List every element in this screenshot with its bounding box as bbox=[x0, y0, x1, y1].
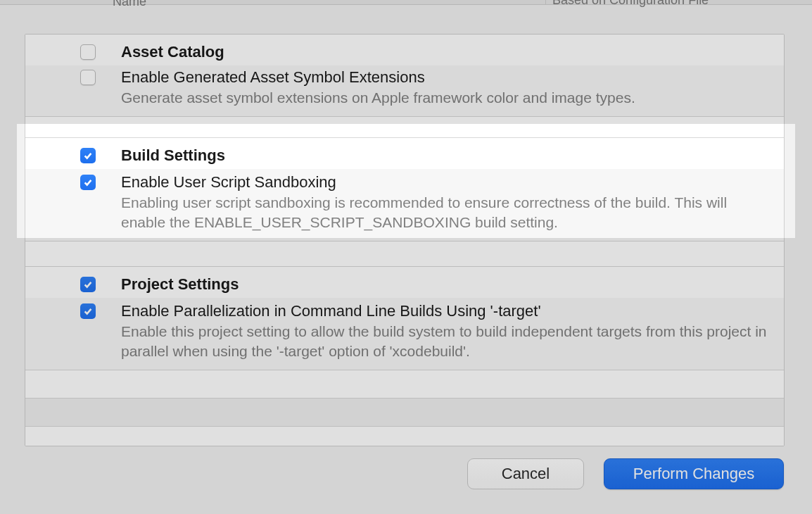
checkbox-user-script-sandboxing[interactable] bbox=[80, 175, 96, 190]
background-table-header: Name Based on Configuration File bbox=[0, 0, 812, 5]
checkmark-icon bbox=[83, 280, 93, 289]
item-description: Enabling user script sandboxing is recom… bbox=[121, 193, 773, 232]
bg-header-name-label: Name bbox=[113, 0, 146, 9]
dim-overlay bbox=[795, 124, 812, 238]
checkbox-asset-catalog[interactable] bbox=[80, 44, 96, 60]
empty-row bbox=[25, 426, 784, 446]
item-row-generated-asset-symbol: Enable Generated Asset Symbol Extensions… bbox=[25, 65, 784, 116]
perform-changes-button[interactable]: Perform Changes bbox=[604, 458, 784, 489]
section-title: Build Settings bbox=[121, 145, 773, 166]
item-title: Enable Parallelization in Command Line B… bbox=[121, 301, 773, 322]
empty-row bbox=[25, 370, 784, 398]
checkmark-icon bbox=[83, 151, 93, 161]
dialog-buttons: Cancel Perform Changes bbox=[467, 458, 784, 489]
section-header-row: Asset Catalog bbox=[25, 35, 784, 65]
empty-row-alt bbox=[25, 398, 784, 426]
checkbox-parallelization[interactable] bbox=[80, 303, 96, 319]
checkmark-icon bbox=[83, 177, 93, 187]
section-title: Project Settings bbox=[121, 274, 773, 295]
section-title: Asset Catalog bbox=[121, 42, 773, 63]
checkmark-icon bbox=[83, 306, 93, 316]
section-header-row: Build Settings bbox=[25, 138, 784, 169]
cancel-button[interactable]: Cancel bbox=[467, 458, 584, 489]
section-build-settings: Build Settings Enable User Script Sandbo… bbox=[25, 137, 784, 241]
checkbox-build-settings[interactable] bbox=[80, 148, 96, 163]
column-divider bbox=[545, 0, 546, 5]
item-description: Generate asset symbol extensions on Appl… bbox=[121, 88, 773, 108]
section-project-settings: Project Settings Enable Parallelization … bbox=[25, 266, 784, 370]
bg-header-config-label: Based on Configuration File bbox=[552, 0, 709, 8]
section-header-row: Project Settings bbox=[25, 267, 784, 298]
item-row-parallelization: Enable Parallelization in Command Line B… bbox=[25, 298, 784, 370]
dim-overlay bbox=[0, 124, 17, 238]
item-row-user-script-sandboxing: Enable User Script Sandboxing Enabling u… bbox=[25, 169, 784, 241]
checkbox-project-settings[interactable] bbox=[80, 277, 96, 292]
section-asset-catalog: Asset Catalog Enable Generated Asset Sym… bbox=[25, 35, 784, 116]
section-gap bbox=[25, 241, 784, 266]
item-description: Enable this project setting to allow the… bbox=[121, 322, 773, 361]
item-title: Enable User Script Sandboxing bbox=[121, 172, 773, 193]
checkbox-generated-asset-symbol[interactable] bbox=[80, 70, 96, 85]
item-title: Enable Generated Asset Symbol Extensions bbox=[121, 67, 773, 88]
section-gap bbox=[25, 116, 784, 137]
recommendations-panel: Asset Catalog Enable Generated Asset Sym… bbox=[25, 34, 785, 446]
